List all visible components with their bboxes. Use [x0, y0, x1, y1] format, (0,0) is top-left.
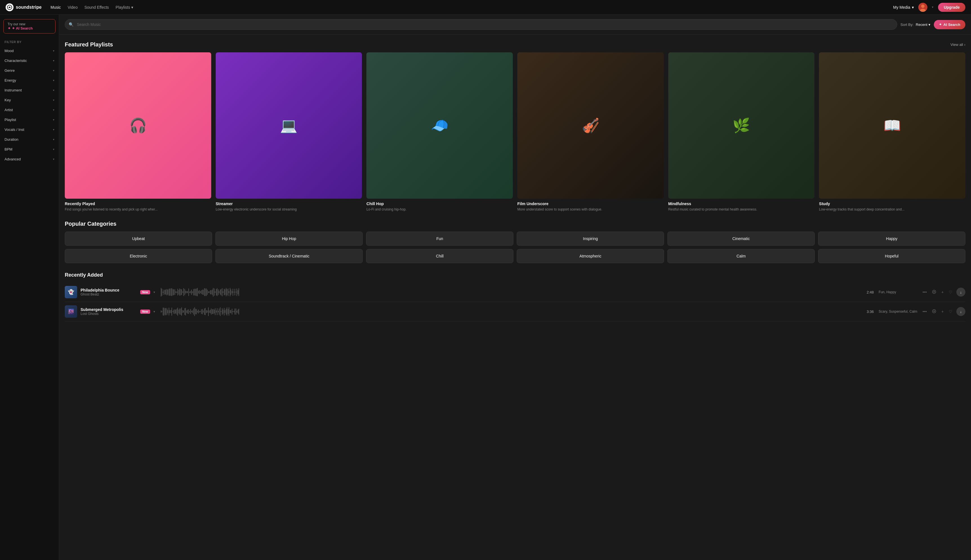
filter-by-label: Filter By — [0, 38, 59, 46]
playlist-name: Mindfulness — [668, 202, 815, 206]
track-title: Submerged Metropolis — [80, 307, 137, 312]
waveform[interactable] — [159, 307, 862, 317]
sidebar-item-artist[interactable]: Artist ▾ — [0, 105, 59, 115]
playlist-desc: Lo-Fi and cruising hip-hop. — [366, 207, 513, 212]
content-area: Featured Playlists View all › 🎧 Recently… — [59, 35, 971, 328]
more-options-button[interactable]: ••• — [921, 289, 928, 295]
sidebar-item-mood[interactable]: Mood ▾ — [0, 46, 59, 56]
sidebar-item-instrument[interactable]: Instrument ▾ — [0, 85, 59, 95]
playlist-card-chill-hop[interactable]: 🧢 Chill Hop Lo-Fi and cruising hip-hop. — [366, 52, 513, 212]
playlist-card-recently-played[interactable]: 🎧 Recently Played Find songs you've list… — [65, 52, 211, 212]
search-input-wrapper: 🔍 — [65, 19, 897, 30]
upgrade-button[interactable]: Upgrade — [938, 3, 965, 12]
ai-search-button[interactable]: ✦ AI Search — [934, 20, 965, 29]
playlist-name: Chill Hop — [366, 202, 513, 206]
nav-links: Music Video Sound Effects Playlists ▾ — [51, 5, 133, 10]
chevron-down-icon[interactable]: ▾ — [154, 310, 155, 313]
sidebar-item-vocals[interactable]: Vocals / Inst ▾ — [0, 125, 59, 135]
category-fun[interactable]: Fun — [366, 232, 513, 246]
nav-sound-effects[interactable]: Sound Effects — [85, 5, 109, 10]
sidebar-item-bpm[interactable]: BPM ▾ — [0, 144, 59, 154]
sidebar-item-characteristic[interactable]: Characteristic ▾ — [0, 56, 59, 65]
search-input[interactable] — [65, 19, 897, 30]
logo-icon — [6, 3, 13, 11]
table-row: 👻 Philadelphia Bounce Ghost Beatz New ▾ … — [65, 283, 965, 302]
playlist-thumb: 🧢 — [366, 52, 513, 199]
nav-playlists[interactable]: Playlists ▾ — [116, 5, 133, 10]
track-actions: ••• + ♡ ↓ — [921, 307, 965, 316]
chevron-down-icon: ▾ — [53, 128, 54, 131]
category-chill[interactable]: Chill — [366, 249, 513, 263]
chevron-down-icon: ▾ — [53, 49, 54, 52]
categories-grid: Upbeat Hip Hop Fun Inspiring Cinematic H… — [65, 232, 965, 263]
download-button[interactable]: ↓ — [956, 288, 965, 297]
sidebar-item-energy[interactable]: Energy ▾ — [0, 75, 59, 85]
sidebar-item-duration[interactable]: Duration ▾ — [0, 135, 59, 144]
chevron-down-icon[interactable]: ▾ — [154, 290, 155, 294]
chevron-down-icon: ▾ — [53, 98, 54, 102]
nav-video[interactable]: Video — [68, 5, 78, 10]
favorite-button[interactable]: ♡ — [948, 308, 954, 315]
avatar[interactable] — [918, 3, 928, 12]
nav-music[interactable]: Music — [51, 5, 61, 10]
category-inspiring[interactable]: Inspiring — [517, 232, 664, 246]
category-happy[interactable]: Happy — [818, 232, 965, 246]
playlist-thumb: 🎻 — [517, 52, 664, 199]
category-electronic[interactable]: Electronic — [65, 249, 212, 263]
playlist-name: Streamer — [216, 202, 362, 206]
nav-right: My Media ▾ ▾ Upgrade — [893, 3, 965, 12]
playlist-thumb: 📖 — [819, 52, 965, 199]
category-atmospheric[interactable]: Atmospheric — [517, 249, 664, 263]
playlist-desc: Low-energy tracks that support deep conc… — [819, 207, 965, 212]
download-button[interactable]: ↓ — [956, 307, 965, 316]
track-artist: Ghost Beatz — [80, 292, 137, 296]
promo-ai-link[interactable]: ✦ ✦ AI Search — [8, 26, 51, 30]
sidebar-item-playlist[interactable]: Playlist ▾ — [0, 115, 59, 125]
category-hopeful[interactable]: Hopeful — [818, 249, 965, 263]
chevron-down-icon: ▾ — [53, 88, 54, 92]
favorite-button[interactable]: ♡ — [948, 289, 954, 295]
category-soundtrack-cinematic[interactable]: Soundtrack / Cinematic — [216, 249, 363, 263]
table-row: 🌆 Submerged Metropolis Lost Ghosts New ▾… — [65, 302, 965, 322]
logo[interactable]: soundstripe — [6, 3, 42, 11]
view-all-link[interactable]: View all › — [951, 42, 965, 47]
more-options-button[interactable]: ••• — [921, 308, 928, 315]
add-to-playlist-button[interactable]: + — [940, 308, 945, 315]
add-to-playlist-button[interactable]: + — [940, 289, 945, 295]
ai-stars-icon: ✦ — [939, 23, 942, 27]
sidebar-item-key[interactable]: Key ▾ — [0, 95, 59, 105]
search-icon: 🔍 — [69, 22, 74, 27]
my-media-button[interactable]: My Media ▾ — [893, 5, 914, 10]
chevron-down-icon: ▾ — [912, 5, 914, 10]
waveform[interactable] — [159, 287, 862, 297]
similar-tracks-button[interactable] — [931, 308, 938, 315]
playlist-card-film[interactable]: 🎻 Film Underscore More understated score… — [517, 52, 664, 212]
track-title: Philadelphia Bounce — [80, 288, 137, 292]
track-duration: 3:36 — [865, 310, 875, 314]
category-cinematic[interactable]: Cinematic — [667, 232, 815, 246]
playlist-card-study[interactable]: 📖 Study Low-energy tracks that support d… — [819, 52, 965, 212]
playlist-desc: Restful music curated to promote mental … — [668, 207, 815, 212]
sort-by-area: Sort By: Recent ▾ — [901, 23, 931, 27]
chevron-down-icon: ▾ — [932, 5, 934, 9]
sidebar-item-genre[interactable]: Genre ▾ — [0, 65, 59, 75]
category-calm[interactable]: Calm — [667, 249, 815, 263]
main-content: 🔍 Sort By: Recent ▾ ✦ AI Search Featured… — [59, 15, 971, 560]
playlist-card-streamer[interactable]: 💻 Streamer Low-energy electronic undersc… — [216, 52, 362, 212]
track-info: Philadelphia Bounce Ghost Beatz — [80, 288, 137, 296]
sidebar: Try our new ✦ ✦ AI Search Filter By Mood… — [0, 15, 59, 560]
chevron-down-icon: ▾ — [53, 59, 54, 62]
ai-search-promo[interactable]: Try our new ✦ ✦ AI Search — [3, 19, 55, 33]
track-tags: Fun, Happy — [879, 290, 918, 294]
category-upbeat[interactable]: Upbeat — [65, 232, 212, 246]
logo-text: soundstripe — [16, 5, 42, 10]
sidebar-item-advanced[interactable]: Advanced ▾ — [0, 154, 59, 164]
playlist-name: Recently Played — [65, 202, 211, 206]
search-bar-container: 🔍 Sort By: Recent ▾ ✦ AI Search — [59, 15, 971, 35]
playlist-card-mindfulness[interactable]: 🌿 Mindfulness Restful music curated to p… — [668, 52, 815, 212]
sort-dropdown[interactable]: Recent ▾ — [916, 23, 931, 27]
similar-tracks-button[interactable] — [931, 288, 938, 296]
category-hip-hop[interactable]: Hip Hop — [216, 232, 363, 246]
chevron-down-icon: ▾ — [929, 23, 931, 27]
playlist-thumb: 💻 — [216, 52, 362, 199]
